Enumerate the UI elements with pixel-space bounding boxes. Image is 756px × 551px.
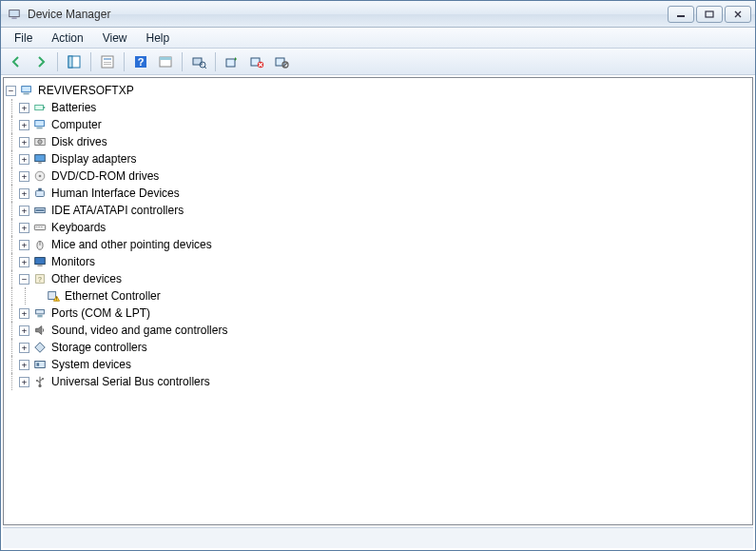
expand-icon[interactable]: + — [19, 308, 29, 319]
svg-text:?: ? — [138, 56, 145, 68]
svg-rect-50 — [36, 310, 45, 314]
svg-rect-26 — [37, 128, 43, 129]
menu-help[interactable]: Help — [137, 30, 180, 47]
menu-file[interactable]: File — [5, 30, 42, 47]
other-icon: ? — [32, 271, 48, 286]
tree-node[interactable]: !Ethernet Controller — [6, 287, 750, 305]
update-driver-button[interactable] — [221, 51, 243, 72]
tree-node[interactable]: +Monitors — [6, 253, 750, 270]
svg-rect-9 — [104, 64, 111, 65]
content-area: −REVIVERSOFTXP+Batteries+Computer+Disk d… — [1, 75, 755, 550]
expand-icon[interactable]: + — [19, 240, 29, 250]
expand-icon[interactable]: + — [19, 206, 29, 216]
toolbar-separator — [57, 52, 58, 71]
tree-indent — [6, 185, 19, 202]
svg-rect-47 — [48, 292, 56, 300]
svg-rect-2 — [677, 15, 685, 17]
expand-icon[interactable]: + — [19, 257, 29, 267]
expand-icon[interactable]: + — [19, 325, 29, 336]
svg-rect-8 — [104, 62, 111, 63]
expand-icon[interactable]: + — [19, 171, 29, 182]
collapse-icon[interactable]: − — [6, 86, 16, 96]
svg-rect-24 — [44, 107, 46, 108]
tree-node[interactable]: +System devices — [6, 356, 750, 373]
svg-rect-38 — [36, 226, 38, 227]
tree-indent — [6, 270, 19, 287]
tree-node[interactable]: +Keyboards — [6, 219, 750, 236]
expand-icon[interactable]: + — [19, 154, 29, 165]
disable-button[interactable] — [270, 51, 293, 72]
tree-node-label: Universal Serial Bus controllers — [51, 375, 210, 388]
tree-node-label: Batteries — [51, 101, 96, 114]
action-button[interactable] — [154, 51, 177, 72]
titlebar[interactable]: Device Manager — [1, 1, 755, 28]
menu-view[interactable]: View — [93, 30, 137, 47]
expand-icon[interactable]: + — [19, 137, 29, 148]
tree-node[interactable]: +Storage controllers — [6, 339, 750, 356]
computer-icon — [19, 83, 34, 98]
tree-node-label: Mice and other pointing devices — [51, 238, 212, 251]
properties-button[interactable] — [96, 51, 119, 72]
tree-node-label: IDE ATA/ATAPI controllers — [51, 204, 184, 217]
scan-hardware-button[interactable] — [187, 51, 210, 72]
close-button[interactable] — [725, 6, 751, 23]
svg-text:?: ? — [38, 275, 43, 284]
device-tree[interactable]: −REVIVERSOFTXP+Batteries+Computer+Disk d… — [3, 77, 753, 525]
svg-point-58 — [42, 378, 44, 380]
display-icon — [32, 151, 48, 167]
tree-node-label: DVD/CD-ROM drives — [51, 169, 159, 183]
tree-node[interactable]: −REVIVERSOFTXP — [6, 82, 750, 99]
svg-rect-3 — [706, 11, 713, 17]
tree-node-label: Display adapters — [51, 152, 136, 166]
tree-indent — [6, 373, 19, 390]
usb-icon — [32, 374, 48, 389]
expand-icon[interactable]: + — [19, 103, 29, 113]
expand-icon[interactable]: + — [19, 188, 29, 199]
maximize-button[interactable] — [696, 6, 723, 23]
tree-node-label: Disk drives — [51, 135, 107, 148]
minimize-button[interactable] — [668, 6, 694, 23]
expand-icon[interactable]: + — [19, 360, 29, 370]
menubar: File Action View Help — [1, 28, 755, 49]
svg-rect-44 — [37, 266, 42, 266]
tree-node[interactable]: +DVD/CD-ROM drives — [6, 167, 750, 185]
tree-indent — [6, 253, 19, 270]
tree-node[interactable]: +Ports (COM & LPT) — [6, 305, 750, 322]
svg-text:!: ! — [56, 296, 57, 302]
tree-indent — [6, 305, 19, 322]
forward-button[interactable] — [29, 51, 52, 72]
collapse-icon[interactable]: − — [19, 274, 29, 285]
menu-action[interactable]: Action — [42, 30, 92, 47]
tree-node-label: REVIVERSOFTXP — [38, 84, 134, 97]
svg-rect-25 — [35, 121, 45, 127]
toolbar-separator — [182, 52, 183, 71]
expand-icon[interactable]: + — [19, 377, 29, 387]
tree-node[interactable]: +Sound, video and game controllers — [6, 322, 750, 339]
help-button[interactable]: ? — [129, 51, 152, 72]
tree-indent — [6, 133, 19, 150]
tree-node[interactable]: +Disk drives — [6, 133, 750, 150]
hid-icon — [32, 186, 48, 201]
tree-node[interactable]: +Universal Serial Bus controllers — [6, 373, 750, 390]
tree-node-label: Storage controllers — [51, 341, 147, 354]
expand-icon[interactable]: + — [19, 120, 29, 130]
tree-node[interactable]: +Mice and other pointing devices — [6, 236, 750, 253]
cdrom-icon — [32, 168, 48, 184]
tree-node[interactable]: +IDE ATA/ATAPI controllers — [6, 202, 750, 219]
back-button[interactable] — [5, 51, 28, 72]
warning-device-icon: ! — [46, 288, 61, 304]
svg-rect-29 — [35, 155, 46, 162]
svg-rect-21 — [22, 87, 31, 92]
statusbar — [3, 527, 753, 548]
tree-node[interactable]: +Human Interface Devices — [6, 185, 750, 202]
disk-icon — [32, 134, 48, 149]
tree-node-label: Human Interface Devices — [51, 187, 180, 200]
uninstall-button[interactable] — [245, 51, 268, 72]
expand-icon[interactable]: + — [19, 223, 29, 233]
show-hide-tree-button[interactable] — [63, 51, 86, 72]
tree-node[interactable]: +Display adapters — [6, 150, 750, 167]
tree-node[interactable]: +Batteries — [6, 99, 750, 116]
tree-node[interactable]: −?Other devices — [6, 270, 750, 287]
expand-icon[interactable]: + — [19, 343, 29, 353]
tree-node[interactable]: +Computer — [6, 116, 750, 133]
